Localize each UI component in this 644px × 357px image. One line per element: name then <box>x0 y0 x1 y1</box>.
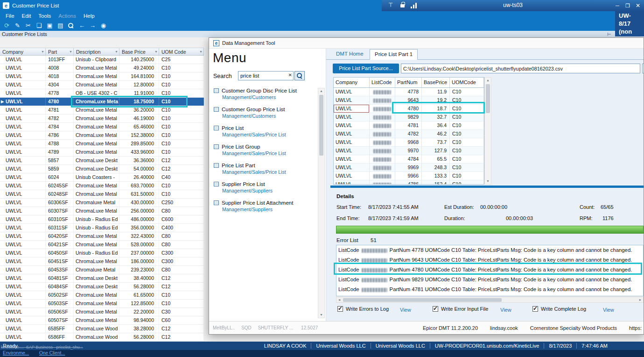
price-list-row[interactable]: ▶UWLVL 4778 OB - USE 4302 - C 11.91000 C… <box>0 89 204 98</box>
view-link[interactable]: View <box>400 307 411 313</box>
filter-icon[interactable]: ▼ <box>154 48 158 55</box>
dmt-grid-row[interactable]: UWLVL 9970 127.9 C10 <box>334 147 484 155</box>
scroll-right-icon[interactable]: ► <box>637 297 643 302</box>
view-link[interactable]: View <box>500 307 511 313</box>
record-icon[interactable]: ◉ <box>98 21 108 30</box>
copy-icon[interactable]: ❏ <box>34 21 44 30</box>
column-header[interactable]: UOMCode <box>450 78 484 87</box>
error-row[interactable]: ListCodePartNum 4780 UOMCode C10 Table: … <box>336 265 643 275</box>
price-list-row[interactable]: ▶UWLVL 4789 ChromaLuxe Metal 433.96000 C… <box>0 148 204 157</box>
dmt-menu-item[interactable]: Customer Group Disc Price List Managemen… <box>209 88 316 107</box>
price-list-row[interactable]: ▶UWLVL 6585FF ChromaLuxe Wood 38.28000 C… <box>0 325 204 333</box>
dmt-menu-item[interactable]: Supplier Price List Management/Suppliers <box>209 181 316 200</box>
view-link[interactable]: View <box>603 307 614 313</box>
scrollbar-thumb[interactable] <box>486 84 490 113</box>
scroll-left-icon[interactable]: ◄ <box>336 297 342 302</box>
cut-icon[interactable]: ✂ <box>23 21 33 30</box>
filter-icon[interactable]: ▼ <box>69 48 72 55</box>
forward-icon[interactable]: → <box>88 21 98 30</box>
column-header[interactable]: ListCode <box>370 78 395 87</box>
tab-price-list-part-1[interactable]: Price List Part 1 <box>370 49 418 60</box>
price-list-row[interactable]: ▶UWLVL 60310SF Unisub - Radius Ed 486.00… <box>0 215 204 224</box>
price-list-row[interactable]: ▶UWLVL 60502SF ChromaLuxe Metal 61.65000… <box>0 291 204 300</box>
column-header[interactable]: Part▼ <box>46 48 74 55</box>
price-list-row[interactable]: ▶UWLVL 4018 ChromaLuxe Metal 164.81000 C… <box>0 72 204 81</box>
panel-pin-icon[interactable]: ⊥ <box>606 32 613 36</box>
taskbar-link[interactable]: Environme... <box>3 350 29 356</box>
taskbar-link[interactable]: One Client... <box>39 350 65 356</box>
dmt-menu-item[interactable]: Price List Group Management/Sales/Price … <box>209 144 316 163</box>
price-list-row[interactable]: ▶UWLVL 5857 ChromaLuxe Deskt 36.36000 C1… <box>0 157 204 165</box>
paste-icon[interactable]: ▣ <box>45 21 55 30</box>
dmt-grid-row[interactable]: UWLVL 9966 133.3 C10 <box>334 172 484 180</box>
menu-tools[interactable]: Tools <box>35 11 55 21</box>
dmt-menu-item[interactable]: Customer Group Price List Management/Cus… <box>209 107 316 125</box>
column-header[interactable]: BasePrice <box>422 78 450 87</box>
price-list-row[interactable]: ▶UWLVL 60507SF ChromaLuxe Metal 98.94000… <box>0 316 204 325</box>
dmt-grid-row[interactable]: UWLVL 9968 73.7 C10 <box>334 138 484 147</box>
scrollbar-thumb[interactable] <box>343 298 502 302</box>
refresh-icon[interactable]: ⟳ <box>2 21 12 30</box>
column-header[interactable]: Company▼ <box>0 48 46 55</box>
price-list-row[interactable]: ▶UWLVL 1013FF Unisub - Clipboard 140.250… <box>0 56 204 64</box>
menu-help[interactable]: Help <box>80 11 98 21</box>
filter-icon[interactable]: ▼ <box>41 48 44 55</box>
dmt-grid-row[interactable]: UWLVL 4780 18.7 C10 <box>334 105 484 113</box>
error-row[interactable]: ListCodePartNum 9643 UOMCode C10 Table: … <box>336 255 643 265</box>
restore-button[interactable]: ❐ <box>623 0 633 11</box>
menu-file[interactable]: File <box>2 11 18 21</box>
clear-search-icon[interactable]: ✕ <box>288 72 292 78</box>
error-row[interactable]: ListCodePartNum 9829 UOMCode C10 Table: … <box>336 275 643 285</box>
dmt-grid-row[interactable]: UWLVL 4786 152.4 C10 <box>334 180 484 185</box>
dmt-grid-row[interactable]: UWLVL 4778 11.9 C10 <box>334 88 484 96</box>
price-list-row[interactable]: ▶UWLVL 4304 ChromaLuxe Metal 12.80000 C1… <box>0 81 204 89</box>
price-list-row[interactable]: ▶UWLVL 60421SF ChromaLuxe Metal 528.0000… <box>0 241 204 249</box>
checkbox[interactable]: ✓ <box>337 306 343 312</box>
price-list-row[interactable]: ▶UWLVL 4784 ChromaLuxe Metal 65.46000 C1… <box>0 123 204 131</box>
menu-scrollbar[interactable]: ▲ ▼ <box>318 88 325 318</box>
dmt-grid-row[interactable]: UWLVL 9643 19.2 C10 <box>334 96 484 105</box>
price-list-row[interactable]: ▶UWLVL 4008 ChromaLuxe Metal 49.24000 C1… <box>0 64 204 72</box>
edit-icon[interactable]: ✎ <box>13 21 22 30</box>
column-header[interactable]: Description▼ <box>74 48 119 55</box>
price-list-row[interactable]: ▶UWLVL 60453SF Chromaluxe Metal 239.2300… <box>0 266 204 274</box>
price-list-row[interactable]: ▶UWLVL 60503SF ChromaLuxe Metal 122.8500… <box>0 300 204 308</box>
error-row[interactable]: ListCodePartNum 4781 UOMCode C10 Table: … <box>336 285 643 294</box>
scroll-down-icon[interactable]: ▼ <box>485 178 491 184</box>
price-list-row[interactable]: ▶UWLVL 60481SF ChromaLuxe Deskt 38.40000… <box>0 274 204 283</box>
checkbox[interactable]: ✓ <box>433 306 438 312</box>
column-header[interactable]: Company <box>334 78 370 87</box>
dmt-grid-row[interactable]: UWLVL 4782 46.2 C10 <box>334 130 484 138</box>
price-list-row[interactable]: ▶UWLVL 60484SF ChromaLuxe Deskt 56.28000… <box>0 283 204 291</box>
search-input[interactable] <box>238 71 294 80</box>
price-list-row[interactable]: ▶UWLVL 60245SF ChromaLuxe Metal 693.7000… <box>0 182 204 190</box>
scroll-up-icon[interactable]: ▲ <box>485 78 491 83</box>
price-list-row[interactable]: ▶UWLVL 4782 ChromaLuxe Metal 46.19000 C1… <box>0 114 204 123</box>
scroll-up-icon[interactable]: ▲ <box>318 88 324 94</box>
dmt-grid-row[interactable]: UWLVL 9829 32.7 C10 <box>334 113 484 121</box>
back-icon[interactable]: ← <box>77 21 87 30</box>
price-list-row[interactable]: ▶UWLVL 6586FF ChromaLuxe Wood 56.28000 C… <box>0 333 204 342</box>
dmt-menu-item[interactable]: Price List Part Management/Sales/Price L… <box>209 163 316 181</box>
price-list-row[interactable]: ▶UWLVL 60311SF Unisub - Radius Ed 356.00… <box>0 224 204 232</box>
price-list-row[interactable]: ▶UWLVL 4780 ChromaLuxe Meta 18.75000 C10 <box>0 98 204 106</box>
dmt-menu-item[interactable]: Supplier Price List Attachment Managemen… <box>209 200 316 219</box>
checkbox[interactable]: ✓ <box>532 306 538 312</box>
column-header[interactable]: Base Price▼ <box>119 48 159 55</box>
menu-actions[interactable]: Actions <box>55 11 80 21</box>
price-list-row[interactable]: ▶UWLVL 4788 ChromaLuxe Metal 289.85000 C… <box>0 140 204 148</box>
source-path-input[interactable] <box>401 64 640 73</box>
price-list-row[interactable]: ▶UWLVL 60306SF Chromaluxe Metal 430.0000… <box>0 199 204 207</box>
search-icon[interactable] <box>66 21 76 30</box>
price-list-row[interactable]: ▶UWLVL 60248SF ChromaLuxe Metal 631.5000… <box>0 190 204 199</box>
price-list-row[interactable]: ▶UWLVL 60451SF ChromaLuxe Metal 186.0000… <box>0 257 204 266</box>
minimize-button[interactable]: ─ <box>612 0 623 11</box>
scrollbar-thumb[interactable] <box>319 95 323 156</box>
price-list-row[interactable]: ▶UWLVL 4786 ChromaLuxe Metal 152.38000 C… <box>0 131 204 140</box>
dmt-grid-row[interactable]: UWLVL 4784 65.5 C10 <box>334 155 484 164</box>
browse-button[interactable] <box>642 64 644 73</box>
column-header[interactable]: PartNum <box>395 78 422 87</box>
tab-dmt-home[interactable]: DMT Home <box>336 51 364 57</box>
grid-scrollbar[interactable]: ▲ ▼ <box>484 77 491 185</box>
price-list-row[interactable]: ▶UWLVL 5859 ChromaLuxe Deskt 54.00000 C1… <box>0 165 204 173</box>
